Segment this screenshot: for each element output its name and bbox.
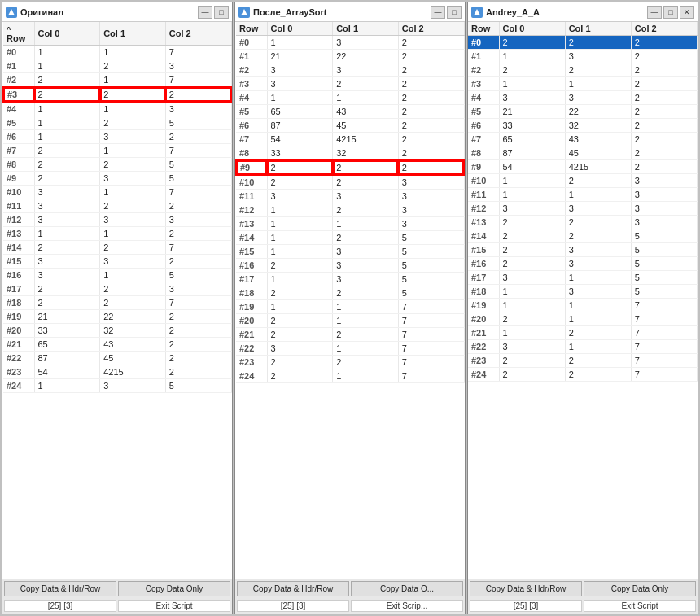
copy-data-only-button[interactable]: Copy Data Only bbox=[118, 581, 230, 596]
table-row[interactable]: #521222 bbox=[468, 105, 698, 119]
table-row[interactable]: #10223 bbox=[236, 175, 464, 190]
table-row[interactable]: #17223 bbox=[3, 282, 231, 296]
table-row[interactable]: #24217 bbox=[236, 369, 464, 383]
table-row[interactable]: #19117 bbox=[236, 300, 464, 314]
table-row[interactable]: #4112 bbox=[236, 91, 464, 105]
table-row[interactable]: #24227 bbox=[468, 368, 698, 382]
table-row[interactable]: #17135 bbox=[236, 273, 464, 286]
restore-button[interactable]: □ bbox=[447, 6, 462, 19]
table-row[interactable]: #18135 bbox=[468, 285, 698, 299]
table-row[interactable]: #3222 bbox=[3, 87, 231, 102]
cell-col2: 5 bbox=[398, 231, 464, 245]
table-row[interactable]: #13112 bbox=[3, 227, 231, 241]
table-row[interactable]: #16235 bbox=[236, 259, 464, 273]
table-row[interactable]: #2217 bbox=[3, 73, 231, 88]
restore-button[interactable]: □ bbox=[214, 6, 229, 19]
restore-button[interactable]: □ bbox=[663, 6, 678, 19]
table-row[interactable]: #18227 bbox=[3, 296, 231, 310]
table-row[interactable]: #2033322 bbox=[3, 324, 231, 338]
copy-data-only-button[interactable]: Copy Data O... bbox=[351, 581, 463, 596]
table-row[interactable]: #10123 bbox=[468, 174, 698, 188]
table-row[interactable]: #8225 bbox=[3, 158, 231, 172]
table-row[interactable]: #10317 bbox=[3, 186, 231, 199]
table-container[interactable]: RowCol 0Col 1Col 2#0132#121222#2332#3322… bbox=[235, 22, 465, 579]
table-row[interactable]: #18225 bbox=[236, 286, 464, 300]
table-row[interactable]: #16315 bbox=[3, 269, 231, 282]
table-row[interactable]: #687452 bbox=[236, 119, 464, 133]
table-row[interactable]: #21227 bbox=[236, 328, 464, 342]
copy-data-hdr-button[interactable]: Copy Data & Hdr/Row bbox=[470, 581, 582, 596]
table-container[interactable]: RowCol 0Col 1Col 2#0222#1132#2222#3112#4… bbox=[468, 22, 698, 579]
table-row[interactable]: #1921222 bbox=[3, 310, 231, 324]
minimize-button[interactable]: — bbox=[198, 6, 212, 19]
close-button[interactable]: ✕ bbox=[680, 6, 694, 19]
table-row[interactable]: #3322 bbox=[236, 77, 464, 91]
cell-col1: 32 bbox=[333, 146, 399, 161]
cell-col1: 1 bbox=[100, 144, 166, 158]
table-row[interactable]: #14125 bbox=[236, 231, 464, 245]
table-row[interactable]: #4332 bbox=[468, 91, 698, 105]
table-row[interactable]: #23227 bbox=[468, 354, 698, 368]
table-row[interactable]: #22317 bbox=[468, 340, 698, 354]
table-row[interactable]: #11333 bbox=[236, 190, 464, 203]
table-row[interactable]: #2165432 bbox=[3, 338, 231, 352]
table-row[interactable]: #9235 bbox=[3, 172, 231, 186]
table-row[interactable]: #16235 bbox=[468, 257, 698, 271]
copy-data-hdr-button[interactable]: Copy Data & Hdr/Row bbox=[237, 581, 349, 596]
table-row[interactable]: #887452 bbox=[468, 146, 698, 160]
table-row[interactable]: #20217 bbox=[468, 312, 698, 326]
table-row[interactable]: #2287452 bbox=[3, 352, 231, 365]
table-row[interactable]: #121222 bbox=[236, 50, 464, 63]
table-row[interactable]: #7217 bbox=[3, 144, 231, 158]
table-row[interactable]: #11322 bbox=[3, 199, 231, 213]
table-row[interactable]: #15135 bbox=[236, 245, 464, 259]
table-row[interactable]: #19117 bbox=[468, 299, 698, 312]
exit-script-label[interactable]: Exit Script bbox=[118, 600, 230, 612]
minimize-button[interactable]: — bbox=[647, 6, 662, 19]
table-row[interactable]: #833322 bbox=[236, 146, 464, 161]
table-row[interactable]: #13223 bbox=[468, 216, 698, 229]
table-row[interactable]: #3112 bbox=[468, 77, 698, 91]
table-row[interactable]: #20217 bbox=[236, 314, 464, 328]
minimize-button[interactable]: — bbox=[431, 6, 445, 19]
table-row[interactable]: #1123 bbox=[3, 59, 231, 73]
exit-script-label[interactable]: Exit Scrip... bbox=[351, 600, 463, 612]
exit-script-label[interactable]: Exit Script bbox=[584, 600, 696, 612]
table-row[interactable]: #12333 bbox=[468, 202, 698, 216]
copy-data-only-button[interactable]: Copy Data Only bbox=[584, 581, 696, 596]
table-row[interactable]: #14227 bbox=[3, 241, 231, 255]
table-row[interactable]: #14225 bbox=[468, 229, 698, 243]
table-row[interactable]: #24135 bbox=[3, 379, 231, 393]
cell-col2: 7 bbox=[165, 144, 231, 158]
table-row[interactable]: #0117 bbox=[3, 46, 231, 59]
table-row[interactable]: #15235 bbox=[468, 243, 698, 257]
cell-col0: 2 bbox=[267, 286, 333, 300]
table-row[interactable]: #1132 bbox=[468, 50, 698, 63]
table-row[interactable]: #565432 bbox=[236, 105, 464, 119]
table-row[interactable]: #23227 bbox=[236, 356, 464, 369]
table-row[interactable]: #95442152 bbox=[468, 160, 698, 174]
table-row[interactable]: #12123 bbox=[236, 203, 464, 217]
table-row[interactable]: #11113 bbox=[468, 188, 698, 202]
table-row[interactable]: #765432 bbox=[468, 133, 698, 146]
row-index: #10 bbox=[236, 175, 267, 190]
table-row[interactable]: #21127 bbox=[468, 326, 698, 340]
table-row[interactable]: #12333 bbox=[3, 213, 231, 227]
table-row[interactable]: #6132 bbox=[3, 130, 231, 144]
table-row[interactable]: #4113 bbox=[3, 102, 231, 116]
table-row[interactable]: #22317 bbox=[236, 342, 464, 356]
copy-data-hdr-button[interactable]: Copy Data & Hdr/Row bbox=[4, 581, 116, 596]
table-row[interactable]: #0222 bbox=[468, 36, 698, 50]
table-row[interactable]: #633322 bbox=[468, 119, 698, 133]
table-row[interactable]: #15332 bbox=[3, 255, 231, 269]
table-row[interactable]: #2222 bbox=[468, 63, 698, 77]
table-row[interactable]: #75442152 bbox=[236, 133, 464, 146]
table-row[interactable]: #9222 bbox=[236, 160, 464, 175]
table-row[interactable]: #5125 bbox=[3, 116, 231, 130]
table-row[interactable]: #2332 bbox=[236, 63, 464, 77]
table-row[interactable]: #17315 bbox=[468, 271, 698, 285]
table-container[interactable]: ^ RowCol 0Col 1Col 2#0117#1123#2217#3222… bbox=[2, 22, 232, 579]
table-row[interactable]: #13113 bbox=[236, 217, 464, 231]
table-row[interactable]: #235442152 bbox=[3, 365, 231, 379]
table-row[interactable]: #0132 bbox=[236, 36, 464, 50]
